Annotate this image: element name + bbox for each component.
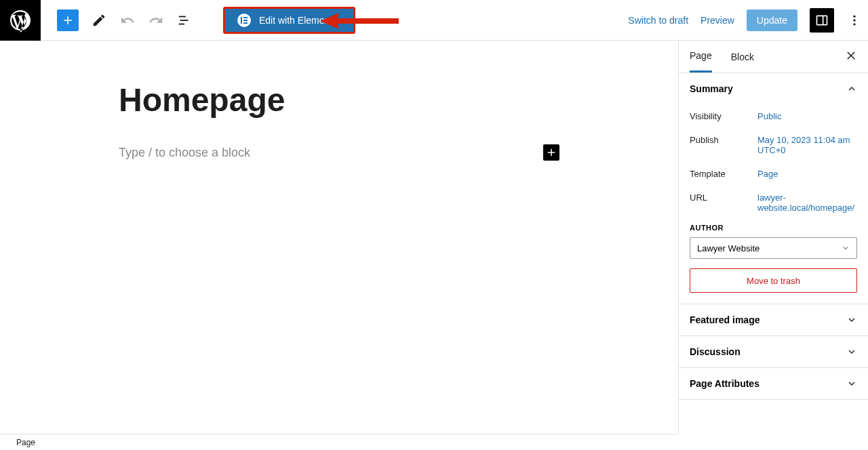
visibility-label: Visibility	[690, 111, 757, 121]
breadcrumb[interactable]: Page	[16, 438, 35, 447]
author-select[interactable]: Lawyer Website	[690, 237, 857, 259]
page-title[interactable]: Homepage	[119, 81, 610, 119]
panel-summary-title: Summary	[690, 83, 733, 94]
panel-discussion: Discussion	[679, 336, 868, 368]
wordpress-logo[interactable]	[0, 0, 41, 41]
svg-rect-6	[243, 22, 248, 24]
svg-rect-4	[243, 17, 248, 18]
publish-value[interactable]: May 10, 2023 11:04 am UTC+0	[757, 135, 857, 155]
template-label: Template	[690, 169, 757, 179]
panel-featured-image-title: Featured image	[690, 314, 760, 325]
svg-point-9	[853, 15, 855, 17]
plus-icon	[61, 14, 75, 27]
tab-block[interactable]: Block	[731, 42, 754, 72]
chevron-down-icon	[846, 346, 857, 357]
chevron-down-icon	[846, 314, 857, 325]
switch-to-draft-link[interactable]: Switch to draft	[628, 15, 688, 26]
settings-sidebar: Page Block Summary Visibility Public Pub…	[678, 41, 868, 434]
panel-page-attributes-title: Page Attributes	[690, 378, 760, 389]
add-block-inline-button[interactable]	[543, 144, 559, 161]
svg-point-11	[853, 23, 855, 25]
svg-rect-7	[817, 16, 827, 24]
block-placeholder: Type / to choose a block	[119, 146, 250, 160]
add-block-toggle[interactable]	[57, 9, 79, 31]
url-label: URL	[690, 192, 757, 213]
update-button[interactable]: Update	[747, 9, 797, 31]
svg-rect-5	[243, 20, 248, 21]
close-icon	[845, 49, 857, 62]
undo-icon	[120, 13, 135, 28]
panel-summary-header[interactable]: Summary	[679, 73, 868, 104]
panel-page-attributes: Page Attributes	[679, 368, 868, 400]
panel-page-attributes-header[interactable]: Page Attributes	[679, 368, 868, 399]
svg-point-10	[853, 19, 855, 21]
panel-featured-image: Featured image	[679, 304, 868, 336]
default-block[interactable]: Type / to choose a block	[119, 144, 559, 161]
author-label: AUTHOR	[690, 224, 857, 232]
dots-icon	[848, 14, 861, 27]
elementor-icon	[237, 14, 251, 27]
visibility-value[interactable]: Public	[757, 111, 857, 121]
settings-sidebar-toggle[interactable]	[810, 8, 834, 33]
close-sidebar-button[interactable]	[845, 49, 857, 64]
options-button[interactable]	[846, 12, 863, 28]
list-icon	[177, 13, 192, 28]
main-area: Homepage Type / to choose a block Page B…	[0, 41, 868, 434]
svg-rect-3	[241, 17, 242, 24]
undo-button	[119, 12, 136, 28]
tools-button[interactable]	[91, 12, 107, 28]
sidebar-icon	[815, 14, 829, 27]
panel-discussion-title: Discussion	[690, 346, 741, 357]
summary-body: Visibility Public Publish May 10, 2023 1…	[679, 104, 868, 304]
preview-link[interactable]: Preview	[701, 15, 734, 26]
breadcrumb-bar: Page	[0, 434, 678, 450]
move-to-trash-button[interactable]: Move to trash	[690, 268, 857, 293]
redo-icon	[149, 13, 163, 28]
template-value[interactable]: Page	[757, 169, 857, 179]
arrow-annotation	[319, 11, 400, 34]
chevron-down-icon	[846, 378, 857, 389]
pencil-icon	[92, 13, 106, 28]
plus-icon	[545, 146, 557, 159]
author-value: Lawyer Website	[697, 243, 760, 253]
url-value[interactable]: lawyer-website.local/homepage/	[757, 192, 857, 213]
toolbar: Edit with Elementor Switch to draft Prev…	[0, 0, 868, 41]
chevron-up-icon	[846, 83, 857, 94]
chevron-down-icon	[842, 244, 850, 252]
tab-page[interactable]: Page	[690, 41, 712, 73]
panel-discussion-header[interactable]: Discussion	[679, 336, 868, 367]
redo-button	[148, 12, 164, 28]
publish-label: Publish	[690, 135, 757, 155]
document-overview-button[interactable]	[176, 12, 193, 28]
editor-canvas[interactable]: Homepage Type / to choose a block	[0, 41, 678, 434]
toolbar-right: Switch to draft Preview Update	[628, 8, 868, 33]
panel-featured-image-header[interactable]: Featured image	[679, 304, 868, 335]
panel-summary: Summary Visibility Public Publish May 10…	[679, 73, 868, 304]
sidebar-tabs: Page Block	[679, 41, 868, 73]
